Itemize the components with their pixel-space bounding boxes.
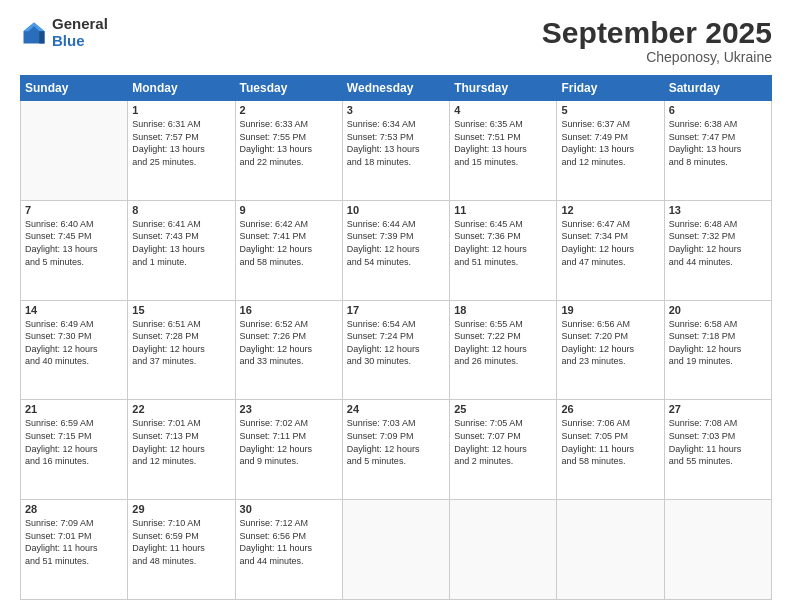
page: General Blue September 2025 Cheponosy, U… (0, 0, 792, 612)
week-row-3: 14Sunrise: 6:49 AMSunset: 7:30 PMDayligh… (21, 300, 772, 400)
week-row-4: 21Sunrise: 6:59 AMSunset: 7:15 PMDayligh… (21, 400, 772, 500)
day-number: 13 (669, 204, 767, 216)
svg-marker-2 (39, 31, 44, 43)
day-info: Sunrise: 7:06 AMSunset: 7:05 PMDaylight:… (561, 417, 659, 467)
day-info: Sunrise: 6:31 AMSunset: 7:57 PMDaylight:… (132, 118, 230, 168)
header: General Blue September 2025 Cheponosy, U… (20, 16, 772, 65)
day-number: 24 (347, 403, 445, 415)
calendar-cell: 6Sunrise: 6:38 AMSunset: 7:47 PMDaylight… (664, 101, 771, 201)
day-number: 11 (454, 204, 552, 216)
calendar-cell: 20Sunrise: 6:58 AMSunset: 7:18 PMDayligh… (664, 300, 771, 400)
week-row-5: 28Sunrise: 7:09 AMSunset: 7:01 PMDayligh… (21, 500, 772, 600)
calendar-cell: 14Sunrise: 6:49 AMSunset: 7:30 PMDayligh… (21, 300, 128, 400)
calendar-cell: 2Sunrise: 6:33 AMSunset: 7:55 PMDaylight… (235, 101, 342, 201)
day-info: Sunrise: 6:59 AMSunset: 7:15 PMDaylight:… (25, 417, 123, 467)
calendar-cell: 18Sunrise: 6:55 AMSunset: 7:22 PMDayligh… (450, 300, 557, 400)
calendar-cell: 25Sunrise: 7:05 AMSunset: 7:07 PMDayligh… (450, 400, 557, 500)
calendar-cell: 7Sunrise: 6:40 AMSunset: 7:45 PMDaylight… (21, 200, 128, 300)
day-number: 18 (454, 304, 552, 316)
day-info: Sunrise: 7:02 AMSunset: 7:11 PMDaylight:… (240, 417, 338, 467)
calendar-cell: 30Sunrise: 7:12 AMSunset: 6:56 PMDayligh… (235, 500, 342, 600)
logo-icon (20, 19, 48, 47)
day-info: Sunrise: 6:58 AMSunset: 7:18 PMDaylight:… (669, 318, 767, 368)
day-number: 5 (561, 104, 659, 116)
calendar-cell: 17Sunrise: 6:54 AMSunset: 7:24 PMDayligh… (342, 300, 449, 400)
day-number: 10 (347, 204, 445, 216)
day-info: Sunrise: 7:01 AMSunset: 7:13 PMDaylight:… (132, 417, 230, 467)
day-number: 27 (669, 403, 767, 415)
day-info: Sunrise: 6:55 AMSunset: 7:22 PMDaylight:… (454, 318, 552, 368)
calendar-cell: 26Sunrise: 7:06 AMSunset: 7:05 PMDayligh… (557, 400, 664, 500)
day-number: 21 (25, 403, 123, 415)
logo: General Blue (20, 16, 108, 49)
day-info: Sunrise: 6:33 AMSunset: 7:55 PMDaylight:… (240, 118, 338, 168)
calendar-cell (21, 101, 128, 201)
day-info: Sunrise: 6:35 AMSunset: 7:51 PMDaylight:… (454, 118, 552, 168)
day-info: Sunrise: 6:47 AMSunset: 7:34 PMDaylight:… (561, 218, 659, 268)
day-number: 4 (454, 104, 552, 116)
calendar-cell: 29Sunrise: 7:10 AMSunset: 6:59 PMDayligh… (128, 500, 235, 600)
calendar-table: SundayMondayTuesdayWednesdayThursdayFrid… (20, 75, 772, 600)
day-info: Sunrise: 7:08 AMSunset: 7:03 PMDaylight:… (669, 417, 767, 467)
day-info: Sunrise: 7:12 AMSunset: 6:56 PMDaylight:… (240, 517, 338, 567)
calendar-cell: 28Sunrise: 7:09 AMSunset: 7:01 PMDayligh… (21, 500, 128, 600)
title-block: September 2025 Cheponosy, Ukraine (542, 16, 772, 65)
day-number: 17 (347, 304, 445, 316)
calendar-cell: 11Sunrise: 6:45 AMSunset: 7:36 PMDayligh… (450, 200, 557, 300)
calendar-cell: 5Sunrise: 6:37 AMSunset: 7:49 PMDaylight… (557, 101, 664, 201)
calendar-cell: 3Sunrise: 6:34 AMSunset: 7:53 PMDaylight… (342, 101, 449, 201)
day-info: Sunrise: 6:44 AMSunset: 7:39 PMDaylight:… (347, 218, 445, 268)
day-number: 8 (132, 204, 230, 216)
day-number: 7 (25, 204, 123, 216)
day-number: 25 (454, 403, 552, 415)
calendar-cell: 19Sunrise: 6:56 AMSunset: 7:20 PMDayligh… (557, 300, 664, 400)
calendar-cell: 10Sunrise: 6:44 AMSunset: 7:39 PMDayligh… (342, 200, 449, 300)
weekday-header-wednesday: Wednesday (342, 76, 449, 101)
day-number: 19 (561, 304, 659, 316)
day-number: 26 (561, 403, 659, 415)
day-number: 9 (240, 204, 338, 216)
day-number: 12 (561, 204, 659, 216)
day-info: Sunrise: 7:10 AMSunset: 6:59 PMDaylight:… (132, 517, 230, 567)
weekday-header-thursday: Thursday (450, 76, 557, 101)
calendar-cell: 1Sunrise: 6:31 AMSunset: 7:57 PMDaylight… (128, 101, 235, 201)
calendar-cell (664, 500, 771, 600)
day-number: 30 (240, 503, 338, 515)
day-info: Sunrise: 6:42 AMSunset: 7:41 PMDaylight:… (240, 218, 338, 268)
calendar-cell: 21Sunrise: 6:59 AMSunset: 7:15 PMDayligh… (21, 400, 128, 500)
day-number: 2 (240, 104, 338, 116)
calendar-cell: 22Sunrise: 7:01 AMSunset: 7:13 PMDayligh… (128, 400, 235, 500)
weekday-header-tuesday: Tuesday (235, 76, 342, 101)
calendar-cell: 12Sunrise: 6:47 AMSunset: 7:34 PMDayligh… (557, 200, 664, 300)
day-info: Sunrise: 6:49 AMSunset: 7:30 PMDaylight:… (25, 318, 123, 368)
day-number: 29 (132, 503, 230, 515)
day-info: Sunrise: 7:05 AMSunset: 7:07 PMDaylight:… (454, 417, 552, 467)
day-info: Sunrise: 6:40 AMSunset: 7:45 PMDaylight:… (25, 218, 123, 268)
day-info: Sunrise: 6:34 AMSunset: 7:53 PMDaylight:… (347, 118, 445, 168)
calendar-cell: 15Sunrise: 6:51 AMSunset: 7:28 PMDayligh… (128, 300, 235, 400)
logo-general-text: General (52, 16, 108, 33)
day-info: Sunrise: 6:38 AMSunset: 7:47 PMDaylight:… (669, 118, 767, 168)
calendar-cell: 4Sunrise: 6:35 AMSunset: 7:51 PMDaylight… (450, 101, 557, 201)
week-row-2: 7Sunrise: 6:40 AMSunset: 7:45 PMDaylight… (21, 200, 772, 300)
calendar-cell: 13Sunrise: 6:48 AMSunset: 7:32 PMDayligh… (664, 200, 771, 300)
logo-text: General Blue (52, 16, 108, 49)
weekday-header-friday: Friday (557, 76, 664, 101)
day-number: 16 (240, 304, 338, 316)
day-number: 22 (132, 403, 230, 415)
day-number: 3 (347, 104, 445, 116)
weekday-header-row: SundayMondayTuesdayWednesdayThursdayFrid… (21, 76, 772, 101)
day-number: 14 (25, 304, 123, 316)
logo-blue-text: Blue (52, 33, 108, 50)
calendar-cell: 8Sunrise: 6:41 AMSunset: 7:43 PMDaylight… (128, 200, 235, 300)
day-info: Sunrise: 7:09 AMSunset: 7:01 PMDaylight:… (25, 517, 123, 567)
location-subtitle: Cheponosy, Ukraine (542, 49, 772, 65)
calendar-cell (342, 500, 449, 600)
calendar-cell: 23Sunrise: 7:02 AMSunset: 7:11 PMDayligh… (235, 400, 342, 500)
day-number: 6 (669, 104, 767, 116)
calendar-cell: 27Sunrise: 7:08 AMSunset: 7:03 PMDayligh… (664, 400, 771, 500)
day-info: Sunrise: 6:48 AMSunset: 7:32 PMDaylight:… (669, 218, 767, 268)
day-number: 20 (669, 304, 767, 316)
weekday-header-saturday: Saturday (664, 76, 771, 101)
day-info: Sunrise: 6:52 AMSunset: 7:26 PMDaylight:… (240, 318, 338, 368)
